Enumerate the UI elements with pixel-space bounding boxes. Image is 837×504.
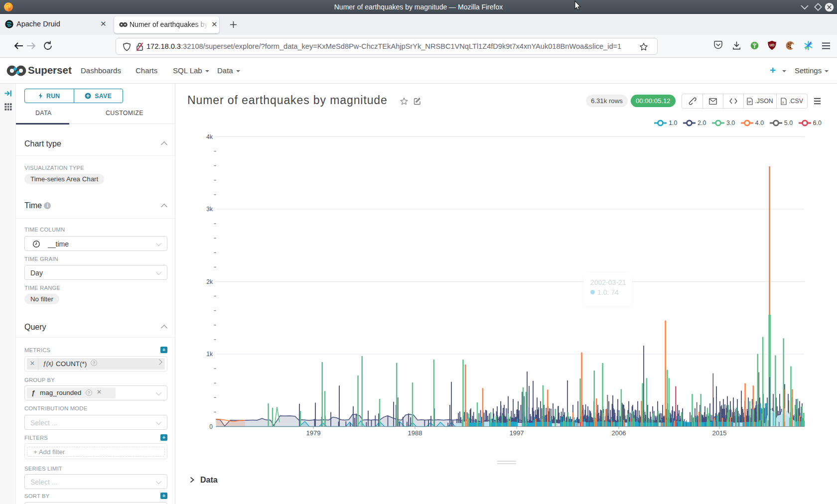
svg-text:0: 0 [209,423,213,430]
svg-text:1k: 1k [206,351,213,358]
svg-text:1997: 1997 [510,429,524,437]
svg-text:2006: 2006 [612,429,626,437]
svg-text:4k: 4k [206,133,213,140]
svg-text:2015: 2015 [712,429,727,437]
svg-text:1979: 1979 [306,429,321,437]
svg-text:1988: 1988 [408,429,422,437]
svg-text:2k: 2k [206,278,213,285]
svg-text:3k: 3k [206,206,213,213]
svg-text:UO: UO [770,43,775,47]
